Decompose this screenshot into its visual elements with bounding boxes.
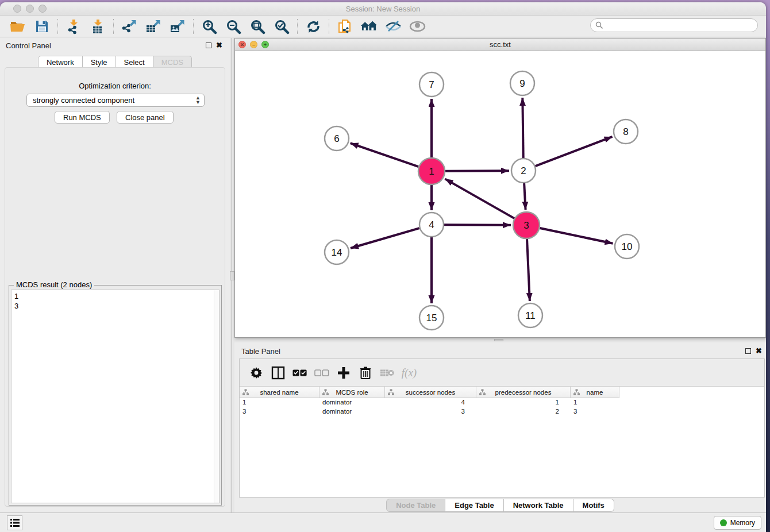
toolbar-separator xyxy=(193,19,194,34)
export-table-icon[interactable] xyxy=(145,18,162,34)
graph-node-6[interactable]: 6 xyxy=(325,126,349,151)
graph-edge-2-8[interactable] xyxy=(536,137,613,166)
splitter-handle[interactable] xyxy=(494,339,503,341)
column-header-MCDS-role[interactable]: MCDS role xyxy=(319,387,385,398)
column-layout-icon[interactable] xyxy=(271,365,286,380)
table-cell[interactable]: dominator xyxy=(319,398,385,407)
graph-node-3[interactable]: 3 xyxy=(513,212,540,238)
run-mcds-button[interactable]: Run MCDS xyxy=(55,111,110,124)
network-canvas[interactable]: 7968124314101511 xyxy=(235,51,765,337)
svg-text:3: 3 xyxy=(523,220,529,231)
table-cell[interactable]: 3 xyxy=(240,407,319,417)
zoom-fit-icon[interactable] xyxy=(249,18,266,34)
home-layout-icon[interactable] xyxy=(360,18,378,34)
graph-node-9[interactable]: 9 xyxy=(510,71,534,95)
table-cell[interactable]: 1 xyxy=(476,398,571,407)
table-cell[interactable]: 2 xyxy=(476,407,571,417)
result-scrollbar[interactable] xyxy=(214,290,219,503)
control-panel-close-icon[interactable]: ✖ xyxy=(216,43,222,48)
zoom-in-icon[interactable] xyxy=(201,18,218,34)
node-table-container: f(x) shared nameMCDS rolesuccessor nodes… xyxy=(239,358,765,498)
graph-edge-1-6[interactable] xyxy=(351,143,419,167)
close-panel-button[interactable]: Close panel xyxy=(117,111,174,124)
export-image-icon[interactable] xyxy=(169,18,186,34)
table-row[interactable]: 3dominator323 xyxy=(240,407,619,417)
graph-node-7[interactable]: 7 xyxy=(419,72,444,97)
graph-edge-2-9[interactable] xyxy=(522,98,523,158)
graph-node-14[interactable]: 14 xyxy=(325,240,349,264)
optimization-dropdown[interactable]: strongly connected component ▲▼ xyxy=(26,94,205,107)
table-cell[interactable]: dominator xyxy=(319,407,385,417)
svg-text:9: 9 xyxy=(519,78,525,89)
hide-details-icon[interactable] xyxy=(384,18,402,34)
column-header-label: predecessor nodes xyxy=(495,389,552,396)
graph-node-15[interactable]: 15 xyxy=(419,306,444,330)
splitter-handle[interactable] xyxy=(230,271,234,280)
svg-text:11: 11 xyxy=(525,310,536,321)
table-panel-close-icon[interactable]: ✖ xyxy=(756,348,762,354)
graph-edge-2-3[interactable] xyxy=(524,183,525,210)
graph-edge-4-14[interactable] xyxy=(351,228,419,248)
zoom-out-icon[interactable] xyxy=(225,18,242,34)
toolbar-separator xyxy=(57,19,58,34)
table-panel-float-icon[interactable] xyxy=(745,348,751,354)
add-column-icon[interactable] xyxy=(336,365,351,380)
table-tabs: Node TableEdge TableNetwork TableMotifs xyxy=(234,499,766,512)
zoom-selected-icon[interactable] xyxy=(273,18,290,34)
task-history-button[interactable] xyxy=(7,515,22,530)
search-field[interactable] xyxy=(590,18,758,32)
graph-edge-1-2[interactable] xyxy=(445,171,509,171)
delete-column-icon[interactable] xyxy=(358,365,373,380)
column-header-label: name xyxy=(587,389,603,396)
column-header-name[interactable]: name xyxy=(571,387,619,398)
import-table-icon[interactable] xyxy=(89,18,106,34)
task-list-icon xyxy=(10,518,20,527)
tab-edge-table[interactable]: Edge Table xyxy=(445,499,503,512)
table-settings-icon[interactable] xyxy=(249,365,264,380)
graph-node-4[interactable]: 4 xyxy=(419,213,444,237)
control-panel-float-icon[interactable] xyxy=(206,43,211,48)
node-table: shared nameMCDS rolesuccessor nodesprede… xyxy=(240,387,619,417)
graph-edge-4-3[interactable] xyxy=(444,225,511,225)
horizontal-splitter[interactable] xyxy=(234,338,766,342)
tab-network-table[interactable]: Network Table xyxy=(504,499,573,512)
table-cell[interactable]: 4 xyxy=(385,398,476,407)
column-header-shared-name[interactable]: shared name xyxy=(240,387,319,398)
column-header-predecessor-nodes[interactable]: predecessor nodes xyxy=(476,387,571,398)
delete-table-icon xyxy=(380,365,395,380)
graph-edge-3-10[interactable] xyxy=(540,228,613,244)
tab-motifs[interactable]: Motifs xyxy=(573,499,614,512)
mcds-result-list[interactable]: 13 xyxy=(11,290,220,503)
graph-edge-3-11[interactable] xyxy=(527,239,530,301)
column-header-label: MCDS role xyxy=(336,389,368,396)
deselect-all-icon[interactable] xyxy=(314,365,329,380)
table-cell[interactable]: 1 xyxy=(571,398,619,407)
memory-button[interactable]: Memory xyxy=(714,516,761,530)
column-header-successor-nodes[interactable]: successor nodes xyxy=(385,387,476,398)
tab-node-table[interactable]: Node Table xyxy=(386,499,445,512)
graph-edge-3-1[interactable] xyxy=(445,179,514,218)
table-cell[interactable]: 3 xyxy=(385,407,476,417)
graph-node-2[interactable]: 2 xyxy=(511,159,536,183)
clone-network-icon[interactable] xyxy=(336,18,353,34)
graph-node-1[interactable]: 1 xyxy=(418,158,445,184)
graph-node-11[interactable]: 11 xyxy=(518,303,542,327)
import-network-icon[interactable] xyxy=(65,18,82,34)
toolbar-separator xyxy=(329,19,329,34)
graph-node-10[interactable]: 10 xyxy=(615,234,639,259)
open-file-icon[interactable] xyxy=(9,18,26,34)
export-network-icon[interactable] xyxy=(121,18,138,34)
table-row[interactable]: 1dominator411 xyxy=(240,398,619,407)
graph-node-8[interactable]: 8 xyxy=(614,119,638,144)
show-details-icon[interactable] xyxy=(409,18,426,34)
table-cell[interactable]: 3 xyxy=(571,407,619,417)
refresh-icon[interactable] xyxy=(305,18,322,34)
column-tree-icon xyxy=(479,389,486,396)
column-tree-icon xyxy=(388,389,394,396)
table-cell[interactable]: 1 xyxy=(240,398,319,407)
vertical-splitter[interactable] xyxy=(230,38,234,512)
network-view-title: scc.txt xyxy=(235,40,765,49)
search-input[interactable] xyxy=(603,21,753,29)
save-session-icon[interactable] xyxy=(33,18,51,34)
select-all-icon[interactable] xyxy=(292,365,307,380)
